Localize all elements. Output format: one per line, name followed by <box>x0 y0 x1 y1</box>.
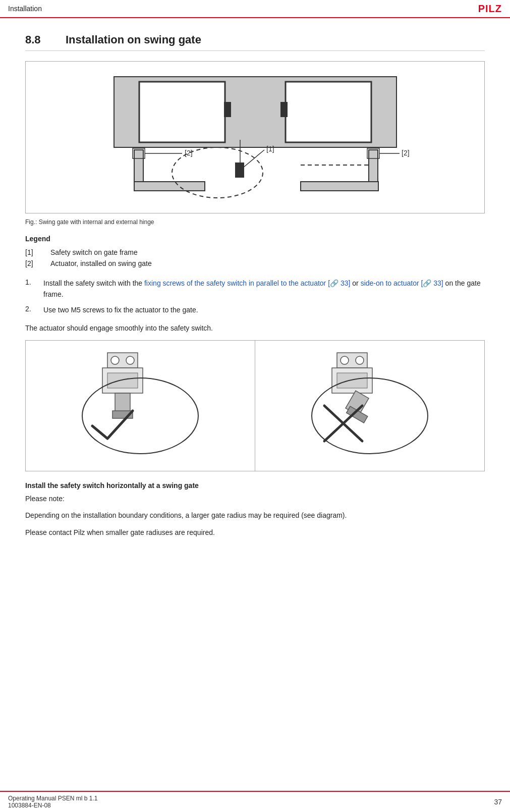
svg-rect-7 <box>235 163 244 178</box>
legend-value-1: Safety switch on gate frame <box>50 247 158 258</box>
para-note: Please note: <box>25 494 485 505</box>
footer-bar: Operating Manual PSEN ml b 1.1 1003884-E… <box>0 791 510 812</box>
legend-title: Legend <box>25 235 485 243</box>
section-number: 8.8 <box>25 33 50 46</box>
svg-point-32 <box>356 356 364 364</box>
svg-rect-5 <box>134 150 143 185</box>
legend-row-2: [2] Actuator, installed on swing gate <box>25 258 158 269</box>
para-contact: Please contact Pilz when smaller gate ra… <box>25 527 485 538</box>
correct-diagram <box>67 350 213 461</box>
subheading: Install the safety switch horizontally a… <box>25 481 485 490</box>
header-bar: Installation PILZ <box>0 0 510 18</box>
para-conditions: Depending on the installation boundary c… <box>25 510 485 521</box>
footer-doc-number: 1003884-EN-08 <box>8 802 97 809</box>
footer-left: Operating Manual PSEN ml b 1.1 1003884-E… <box>8 795 97 809</box>
header-title: Installation <box>8 5 42 13</box>
svg-text:[2]: [2] <box>185 149 193 157</box>
section-title: Installation on swing gate <box>66 33 201 46</box>
section-heading: 8.8 Installation on swing gate <box>25 33 485 51</box>
footer-manual: Operating Manual PSEN ml b 1.1 <box>8 795 97 802</box>
incorrect-diagram <box>297 350 443 461</box>
svg-text:[1]: [1] <box>266 145 274 153</box>
footer-page: 37 <box>494 798 502 806</box>
svg-point-23 <box>111 356 119 364</box>
figure2-right <box>255 341 484 471</box>
step-2: 2. Use two M5 screws to fix the actuator… <box>25 305 485 316</box>
svg-point-31 <box>341 356 349 364</box>
svg-text:[2]: [2] <box>402 149 410 157</box>
legend-row-1: [1] Safety switch on gate frame <box>25 247 158 258</box>
two-figures-box <box>25 340 485 471</box>
figure1-box: [1] [2] [2] <box>25 61 485 213</box>
svg-rect-1 <box>139 82 225 142</box>
main-content: 8.8 Installation on swing gate <box>0 18 510 560</box>
svg-line-14 <box>240 150 264 170</box>
svg-rect-3 <box>224 102 231 117</box>
svg-rect-27 <box>115 393 130 413</box>
svg-rect-8 <box>369 150 378 185</box>
legend-table: [1] Safety switch on gate frame [2] Actu… <box>25 247 158 269</box>
link-sideon[interactable]: side-on to actuator [🔗 33] <box>361 279 443 287</box>
pilz-logo: PILZ <box>478 3 502 15</box>
svg-rect-9 <box>301 182 378 191</box>
step-2-num: 2. <box>25 305 35 313</box>
legend-key-2: [2] <box>25 258 50 269</box>
svg-point-24 <box>126 356 134 364</box>
svg-rect-6 <box>134 182 205 191</box>
step-1-num: 1. <box>25 278 35 286</box>
para-engage: The actuator should engage smoothly into… <box>25 323 485 334</box>
swing-gate-diagram: [1] [2] [2] <box>84 72 427 203</box>
svg-rect-4 <box>280 102 288 117</box>
svg-rect-26 <box>107 373 138 388</box>
figure2-left <box>26 341 255 471</box>
step-2-text: Use two M5 screws to fix the actuator to… <box>43 305 485 316</box>
legend-key-1: [1] <box>25 247 50 258</box>
legend-value-2: Actuator, installed on swing gate <box>50 258 158 269</box>
steps-list: 1. Install the safety switch with the fi… <box>25 278 485 316</box>
link-parallel[interactable]: fixing screws of the safety switch in pa… <box>144 279 350 287</box>
step-1-text: Install the safety switch with the fixin… <box>43 278 485 300</box>
step-1: 1. Install the safety switch with the fi… <box>25 278 485 300</box>
svg-rect-34 <box>337 373 367 388</box>
figure1-caption: Fig.: Swing gate with internal and exter… <box>25 219 485 226</box>
svg-rect-2 <box>286 82 371 142</box>
